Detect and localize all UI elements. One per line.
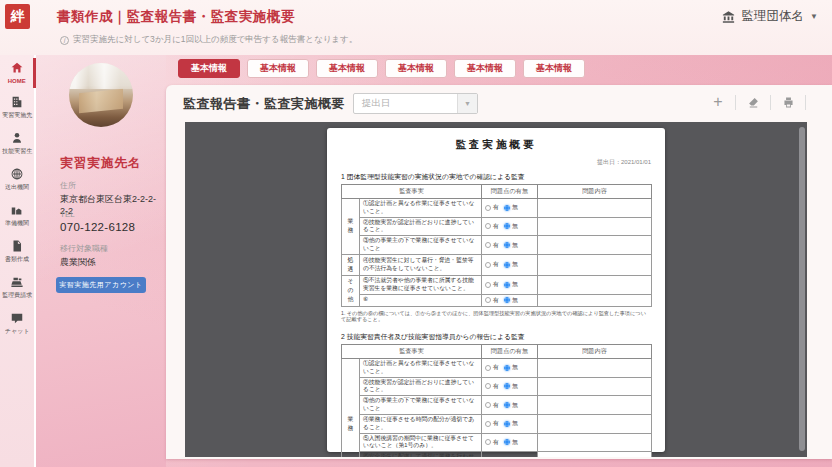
audit-fact: ⑥ (360, 294, 482, 306)
column-header: 問題点の有無 (482, 185, 538, 199)
home-icon (10, 61, 24, 75)
account-menu[interactable]: 監理団体名 ▼ (721, 8, 818, 25)
problem-yes-radio[interactable]: 有 (485, 401, 499, 410)
problem-no-radio[interactable]: 無 (504, 438, 518, 447)
divider (770, 95, 771, 110)
problem-detail-cell[interactable] (538, 199, 652, 218)
problem-yes-radio[interactable]: 有 (485, 438, 499, 447)
profile-panel: 実習実施先名 住所 東京都台東区台東2-2-2-2-2 TEL 070-122-… (36, 55, 166, 467)
table-note: 1. その他の⑥の欄については、①から⑤までのほかに、団体監理型技能実習の実施状… (341, 310, 651, 324)
radio-unselected-icon (485, 223, 491, 229)
radio-unselected-icon (485, 365, 491, 371)
radio-unselected-icon (485, 205, 491, 211)
sidebar-item-shorui[interactable]: 書類作成 (0, 233, 34, 269)
audit-row: その他⑤不法就労者や他の事業者に所属する技能実習生を業務に従事させていないこと。… (342, 275, 652, 294)
problem-no-radio[interactable]: 無 (504, 260, 518, 269)
radio-unselected-icon (485, 421, 491, 427)
problem-no-radio[interactable]: 無 (504, 456, 518, 457)
eraser-button[interactable] (744, 93, 762, 111)
submit-date-select[interactable]: 提出日 ▼ (353, 93, 478, 114)
problem-yes-radio[interactable]: 有 (485, 241, 499, 250)
problem-no-radio[interactable]: 無 (504, 203, 518, 212)
problem-no-radio[interactable]: 無 (504, 222, 518, 231)
problem-no-radio[interactable]: 無 (504, 280, 518, 289)
problem-yes-radio[interactable]: 有 (485, 260, 499, 269)
problem-detail-cell[interactable] (538, 275, 652, 294)
job-category-value: 農業関係 (60, 256, 158, 269)
problem-yes-radio[interactable]: 有 (485, 382, 499, 391)
audit-fact: ⑤不法就労者や他の事業者に所属する技能実習生を業務に従事させていないこと。 (360, 275, 482, 294)
sidebar-item-junbi[interactable]: 準備機関 (0, 197, 34, 233)
sidebar-item-jisshusei[interactable]: 技能実習生 (0, 125, 34, 161)
problem-yes-radio[interactable]: 有 (485, 203, 499, 212)
problem-no-radio[interactable]: 無 (504, 241, 518, 250)
tab-basic-info-2[interactable]: 基本情報 (247, 59, 309, 78)
problem-detail-cell[interactable] (538, 236, 652, 255)
sidebar-item-jisshi-saki[interactable]: 実習実施先 (0, 89, 34, 125)
problem-no-radio[interactable]: 無 (504, 382, 518, 391)
submit-date-placeholder: 提出日 (354, 97, 457, 110)
problem-detail-cell[interactable] (538, 396, 652, 415)
problem-yes-radio[interactable]: 有 (485, 419, 499, 428)
problem-yes-radio[interactable]: 有 (485, 363, 499, 372)
tel-label: TEL (60, 210, 158, 219)
printer-icon (782, 96, 795, 109)
tab-basic-info-6[interactable]: 基本情報 (523, 59, 585, 78)
problem-radio-cell: 有無 (482, 217, 538, 236)
problem-yes-radio[interactable]: 有 (485, 280, 499, 289)
document-title: 監査実施概要 (341, 138, 651, 152)
sidebar-item-kanrihi[interactable]: 監理費請求 (0, 269, 34, 305)
audit-section-1: 1 団体監理型技能実習の実施状況の実地での確認による監査 監査事実問題点の有無問… (341, 167, 651, 327)
problem-radio-cell: 有無 (482, 452, 538, 457)
problem-detail-cell[interactable] (538, 359, 652, 378)
content-card: 監査報告書・監査実施概要 提出日 ▼ + 監査実施概要 提 (166, 85, 832, 459)
problem-no-radio[interactable]: 無 (504, 363, 518, 372)
audit-fact: ①認定計画と異なる作業に従事させていないこと。 (360, 359, 482, 378)
audit-row: ④業務に従事させる時間の配分が適切であること。有無 (342, 414, 652, 433)
radio-unselected-icon (485, 439, 491, 445)
problem-yes-radio[interactable]: 有 (485, 296, 499, 305)
group-label: 業務 (342, 199, 360, 255)
tab-basic-info-1[interactable]: 基本情報 (178, 59, 240, 78)
problem-no-radio[interactable]: 無 (504, 401, 518, 410)
problem-radio-cell: 有無 (482, 294, 538, 306)
viewer-scrollbar[interactable] (799, 127, 805, 451)
radio-selected-icon (504, 223, 510, 229)
document-submit-date: 提出日：2021/01/01 (341, 158, 651, 167)
radio-selected-icon (504, 205, 510, 211)
audit-fact: ④業務に従事させる時間の配分が適切であること。 (360, 414, 482, 433)
toolbar-icons: + (709, 93, 806, 111)
problem-radio-cell: 有無 (482, 433, 538, 452)
divider (735, 95, 736, 110)
radio-unselected-icon (485, 262, 491, 268)
sidebar-item-okuridashi[interactable]: 送出機関 (0, 161, 34, 197)
problem-detail-cell[interactable] (538, 254, 652, 275)
audit-fact: ②技能実習が認定計画どおりに進捗していること。 (360, 217, 482, 236)
problem-detail-cell[interactable] (538, 377, 652, 396)
audit-row: ⑥有無 (342, 294, 652, 306)
document-viewer: 監査実施概要 提出日：2021/01/01 1 団体監理型技能実習の実施状況の実… (185, 122, 807, 457)
add-button[interactable]: + (709, 93, 727, 111)
sidebar-item-chat[interactable]: チャット (0, 305, 34, 341)
sidebar-item-home[interactable]: HOME (0, 55, 34, 89)
problem-detail-cell[interactable] (538, 452, 652, 457)
tab-basic-info-3[interactable]: 基本情報 (316, 59, 378, 78)
problem-detail-cell[interactable] (538, 217, 652, 236)
problem-no-radio[interactable]: 無 (504, 296, 518, 305)
problem-detail-cell[interactable] (538, 414, 652, 433)
building-icon (10, 95, 24, 109)
problem-detail-cell[interactable] (538, 433, 652, 452)
print-button[interactable] (779, 93, 797, 111)
cash-register-icon (10, 275, 24, 289)
column-header: 監査事実 (342, 185, 482, 199)
trainee-account-button[interactable]: 実習実施先用アカウント (56, 277, 146, 293)
account-name: 監理団体名 (742, 8, 805, 25)
tab-basic-info-5[interactable]: 基本情報 (454, 59, 516, 78)
problem-detail-cell[interactable] (538, 294, 652, 306)
audit-fact: ⑤入国後講習の期間中に業務に従事させていないこと（第1号のみ）。 (360, 433, 482, 452)
problem-yes-radio[interactable]: 有 (485, 456, 499, 457)
document-icon (10, 239, 24, 253)
tab-basic-info-4[interactable]: 基本情報 (385, 59, 447, 78)
problem-yes-radio[interactable]: 有 (485, 222, 499, 231)
problem-no-radio[interactable]: 無 (504, 419, 518, 428)
